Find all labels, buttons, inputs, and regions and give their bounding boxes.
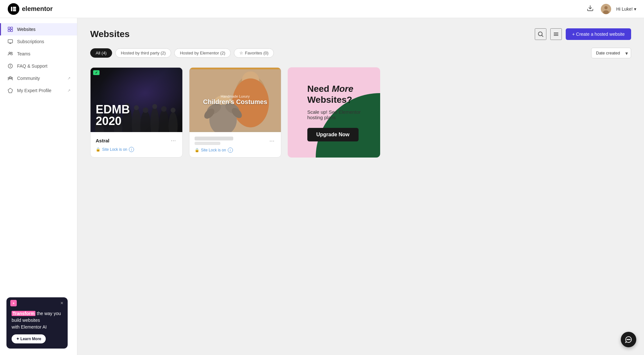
sidebar-item-label: Community — [17, 76, 40, 81]
costumes-overlay: Handmade Luxury Children's Costumes — [189, 68, 281, 132]
search-button[interactable] — [535, 28, 546, 40]
svg-point-35 — [150, 107, 159, 132]
lock-icon: 🔒 — [96, 147, 101, 152]
filter-row: All (4) Hosted by third party (2) Hosted… — [90, 48, 631, 58]
sidebar-item-label: My Expert Profile — [17, 88, 52, 93]
sidebar-item-subscriptions[interactable]: Subscriptions — [0, 35, 77, 48]
site-card-costumes[interactable]: Handmade Luxury Children's Costumes ⋯ 🔒 … — [189, 67, 282, 158]
filter-all[interactable]: All (4) — [90, 48, 112, 58]
astral-title: EDMB2020 — [96, 104, 130, 127]
sidebar-item-label: Subscriptions — [17, 39, 44, 44]
avatar — [601, 4, 611, 14]
filter-third-party[interactable]: Hosted by third party (2) — [115, 48, 171, 58]
costumes-main-title: Children's Costumes — [203, 98, 267, 106]
svg-point-34 — [140, 111, 151, 132]
sidebar-item-label: FAQ & Support — [17, 63, 47, 69]
svg-point-19 — [10, 65, 11, 65]
svg-rect-3 — [13, 10, 16, 11]
svg-rect-1 — [13, 7, 16, 8]
ad-close-button[interactable]: ✕ — [59, 300, 65, 306]
costumes-menu-button[interactable]: ⋯ — [268, 137, 276, 145]
svg-point-37 — [168, 112, 178, 132]
astral-status-text: Site Lock is on — [102, 147, 127, 152]
svg-rect-12 — [8, 40, 13, 43]
lock-icon2: 🔒 — [195, 148, 199, 152]
svg-point-16 — [11, 52, 12, 53]
sidebar-item-faq[interactable]: FAQ & Support — [0, 60, 77, 72]
user-greeting[interactable]: Hi Luke! ▾ — [616, 6, 636, 12]
filter-favorites[interactable]: ☆ Favorites (0) — [234, 48, 274, 58]
info-icon-small2: i — [228, 148, 233, 153]
external-link-icon2: ↗ — [67, 88, 71, 93]
blurred-name-line2 — [195, 142, 220, 145]
elementor-logo-icon — [8, 3, 19, 15]
svg-point-6 — [604, 6, 608, 9]
logo[interactable]: elementor — [8, 3, 53, 15]
promo-subtitle: Scale up! See Elementorhosting plans — [307, 109, 361, 120]
community-icon — [7, 75, 13, 81]
ad-highlight: Transform — [12, 311, 35, 316]
svg-point-36 — [159, 110, 169, 132]
svg-point-20 — [10, 77, 11, 78]
svg-rect-0 — [11, 7, 12, 11]
filter-elementor[interactable]: Hosted by Elementor (2) — [174, 48, 231, 58]
costumes-name-blurred — [195, 137, 268, 145]
svg-line-25 — [542, 35, 543, 37]
costumes-name-row: ⋯ — [195, 137, 276, 145]
astral-site-name: Astral — [96, 138, 110, 143]
svg-rect-10 — [8, 30, 10, 32]
astral-menu-button[interactable]: ⋯ — [169, 137, 177, 144]
create-website-button[interactable]: + Create a hosted website — [566, 28, 631, 40]
external-link-icon: ↗ — [67, 76, 71, 81]
sidebar-item-teams[interactable]: Teams — [0, 48, 77, 60]
svg-rect-8 — [8, 27, 10, 29]
sort-dropdown: Date created Name Last modified — [591, 48, 631, 58]
svg-rect-9 — [11, 27, 13, 29]
svg-point-46 — [171, 108, 176, 112]
site-card-astral[interactable]: ✓ — [90, 67, 183, 158]
svg-point-58 — [628, 339, 629, 340]
costumes-subtitle: Handmade Luxury — [221, 94, 250, 98]
upgrade-now-button[interactable]: Upgrade Now — [307, 128, 359, 141]
sidebar-item-expert-profile[interactable]: My Expert Profile ↗ — [0, 84, 77, 97]
svg-point-57 — [627, 339, 628, 340]
astral-card-body: Astral ⋯ 🔒 Site Lock is on i — [91, 132, 182, 157]
sidebar-item-community[interactable]: Community ↗ — [0, 72, 77, 84]
astral-thumb-bg: ✓ — [91, 68, 182, 132]
svg-marker-23 — [8, 88, 13, 93]
promo-title: Need More Websites? — [307, 83, 361, 105]
blurred-name-line1 — [195, 137, 233, 140]
svg-point-43 — [143, 107, 148, 113]
svg-point-22 — [11, 77, 13, 79]
svg-rect-2 — [13, 8, 16, 10]
svg-point-21 — [8, 77, 9, 79]
sort-select[interactable]: Date created Name Last modified — [591, 48, 631, 58]
promo-content: Need More Websites? Scale up! See Elemen… — [296, 73, 372, 151]
ad-learn-more-button[interactable]: ✦ Learn More — [12, 334, 46, 343]
sidebar-item-websites[interactable]: Websites — [0, 23, 77, 35]
costumes-thumb-bg: Handmade Luxury Children's Costumes — [189, 68, 281, 132]
svg-point-24 — [538, 32, 542, 36]
astral-thumbnail: ✓ — [91, 68, 182, 132]
sidebar-item-label: Teams — [17, 51, 30, 56]
page-header: Websites + Create a hosted website — [90, 28, 631, 40]
costumes-status-text: Site Lock is on — [201, 148, 226, 152]
svg-point-45 — [161, 106, 167, 112]
ad-banner: ✦ ✕ Transform the way youbuild websitesw… — [6, 297, 68, 349]
list-view-button[interactable] — [550, 28, 562, 40]
header-actions: + Create a hosted website — [535, 28, 631, 40]
costumes-thumbnail: Handmade Luxury Children's Costumes — [189, 68, 281, 132]
monitor-icon — [7, 39, 13, 44]
info-icon-small: i — [129, 147, 134, 152]
users-icon — [7, 51, 13, 57]
svg-point-44 — [152, 104, 157, 109]
main-content: Websites + Create a hosted website All (… — [77, 18, 644, 355]
download-icon[interactable] — [587, 5, 596, 14]
chat-button[interactable] — [621, 332, 636, 347]
ad-icon: ✦ — [10, 300, 17, 306]
astral-status: 🔒 Site Lock is on i — [96, 147, 177, 152]
cards-grid: ✓ — [90, 67, 380, 158]
svg-point-15 — [9, 52, 11, 54]
ad-text: Transform the way youbuild websiteswith … — [12, 310, 62, 331]
sort-wrapper: Date created Name Last modified — [591, 48, 631, 58]
